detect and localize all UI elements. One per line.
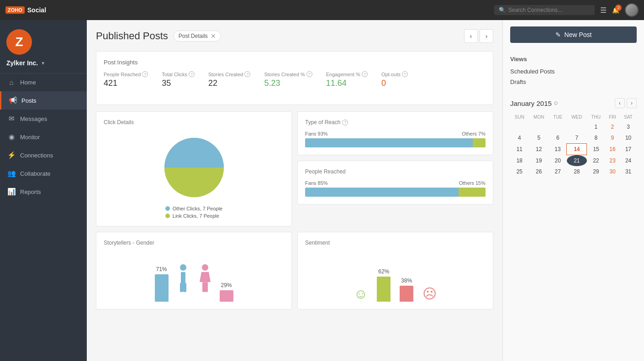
calendar-day[interactable]: 18 (510, 155, 529, 167)
calendar-day[interactable]: 19 (529, 155, 549, 167)
calendar-day[interactable]: 25 (510, 166, 529, 177)
calendar-day[interactable]: 2 (605, 121, 620, 132)
collaborate-icon: 👥 (7, 169, 16, 178)
avatar[interactable] (625, 3, 639, 17)
calendar-nav: ‹ › (615, 98, 637, 108)
calendar-day[interactable]: 1 (587, 121, 605, 132)
calendar-day[interactable]: 17 (620, 144, 637, 155)
monitor-icon: ◉ (7, 133, 16, 141)
svg-rect-2 (180, 283, 183, 292)
calendar-day[interactable]: 12 (529, 144, 549, 155)
help-icon[interactable]: ? (142, 71, 148, 77)
calendar-day[interactable] (510, 121, 529, 132)
scheduled-posts-link[interactable]: Scheduled Posts (510, 66, 637, 77)
reach-bar (305, 188, 486, 197)
new-post-icon: ✎ (555, 31, 561, 38)
calendar-day[interactable]: 30 (605, 166, 620, 177)
help-icon[interactable]: ? (244, 71, 250, 77)
reach-bar-people: Fans 85% Others 15% (305, 180, 486, 197)
insight-people-reached: People Reached ? 421 (104, 71, 148, 88)
tag-close-icon[interactable]: ✕ (211, 32, 216, 40)
calendar-prev-button[interactable]: ‹ (615, 98, 625, 108)
sidebar-item-connections[interactable]: ⚡ Connections (0, 146, 87, 164)
fans-label: Fans 93% (305, 131, 328, 136)
sidebar-item-monitor[interactable]: ◉ Monitor (0, 128, 87, 146)
storytellers-title: Storytellers - Gender (104, 240, 284, 246)
help-icon[interactable]: ? (189, 71, 195, 77)
calendar-day[interactable]: 9 (605, 132, 620, 144)
legend-item-link-clicks: Link Clicks, 7 People (165, 213, 222, 219)
calendar-next-button[interactable]: › (627, 98, 637, 108)
sidebar-item-reports[interactable]: 📊 Reports (0, 183, 87, 201)
main-content: Published Posts Post Details ✕ ‹ › Post … (87, 20, 502, 361)
reach-cards: Type of Reach ? Fans 93% Others 7% (297, 111, 493, 226)
app-container: ZOHO Social 🔍 Search Connections... ☰ 🔔 … (0, 0, 644, 361)
prev-button[interactable]: ‹ (464, 29, 478, 43)
calendar-day[interactable]: 14 (567, 144, 587, 155)
calendar-day[interactable]: 20 (549, 155, 567, 167)
home-icon: ⌂ (7, 78, 16, 86)
charts-row-2: Storytellers - Gender 71% (96, 232, 493, 309)
insight-label: Engagement % ? (326, 71, 368, 77)
calendar-day[interactable]: 10 (620, 132, 637, 144)
reach-bar-type: Fans 93% Others 7% (305, 131, 486, 147)
new-post-label: New Post (565, 31, 592, 38)
help-icon[interactable]: ? (306, 71, 312, 77)
calendar-day[interactable]: 15 (587, 144, 605, 155)
calendar-day[interactable] (529, 121, 549, 132)
search-bar[interactable]: 🔍 Search Connections... (494, 5, 595, 15)
insight-total-clicks: Total Clicks ? 35 (162, 71, 195, 88)
notification-button[interactable]: 🔔 2 (612, 7, 619, 14)
female-icon (198, 264, 212, 300)
calendar-day[interactable]: 24 (620, 155, 637, 167)
post-insights-label: Post Insights (104, 59, 486, 66)
profile-name[interactable]: Zylker Inc. ▼ (6, 59, 80, 67)
cal-header-tue: TUE (549, 113, 567, 121)
calendar-day[interactable]: 28 (567, 166, 587, 177)
calendar-day[interactable]: 22 (587, 155, 605, 167)
next-button[interactable]: › (480, 29, 493, 43)
sidebar-item-collaborate[interactable]: 👥 Collaborate (0, 164, 87, 183)
positive-bar-item: 62% (377, 268, 391, 302)
calendar-day[interactable]: 13 (549, 144, 567, 155)
sidebar-item-messages[interactable]: ✉ Messages (0, 110, 87, 128)
help-icon[interactable]: ? (342, 120, 348, 126)
page-header: Published Posts Post Details ✕ ‹ › (96, 29, 493, 43)
storytellers-card: Storytellers - Gender 71% (96, 232, 292, 309)
calendar-day[interactable]: 16 (605, 144, 620, 155)
calendar-day[interactable]: 21 (567, 155, 587, 167)
calendar-info-icon[interactable]: i (554, 101, 558, 105)
sidebar-item-posts[interactable]: 📢 Posts (0, 91, 87, 110)
sidebar-item-label: Posts (21, 97, 37, 104)
male-figure: 71% (155, 266, 169, 302)
calendar-day[interactable]: 7 (567, 132, 587, 144)
calendar-day[interactable]: 5 (529, 132, 549, 144)
insight-label: Stories Created % ? (264, 71, 312, 77)
sidebar-item-home[interactable]: ⌂ Home (0, 73, 87, 91)
calendar-day[interactable]: 26 (529, 166, 549, 177)
drafts-link[interactable]: Drafts (510, 77, 637, 87)
legend-item-other-clicks: Other Clicks, 7 People (165, 206, 222, 211)
hamburger-menu[interactable]: ☰ (600, 6, 607, 15)
profile-company: Zylker Inc. (6, 59, 38, 67)
tag-label: Post Details (179, 33, 208, 39)
legend-label: Link Clicks, 7 People (173, 213, 219, 219)
new-post-button[interactable]: ✎ New Post (510, 26, 637, 43)
notification-badge: 2 (615, 5, 622, 11)
calendar-day[interactable]: 11 (510, 144, 529, 155)
fans-bar (305, 188, 459, 197)
cal-header-thu: THU (587, 113, 605, 121)
calendar-day[interactable]: 29 (587, 166, 605, 177)
calendar-day[interactable]: 6 (549, 132, 567, 144)
calendar-day[interactable]: 8 (587, 132, 605, 144)
help-icon[interactable]: ? (402, 71, 408, 77)
calendar-day[interactable]: 23 (605, 155, 620, 167)
calendar-day[interactable] (567, 121, 587, 132)
calendar-day[interactable]: 27 (549, 166, 567, 177)
calendar-day[interactable]: 3 (620, 121, 637, 132)
help-icon[interactable]: ? (362, 71, 368, 77)
calendar-day[interactable]: 31 (620, 166, 637, 177)
fans-label: Fans 85% (305, 180, 328, 186)
calendar-day[interactable]: 4 (510, 132, 529, 144)
calendar-day[interactable] (549, 121, 567, 132)
